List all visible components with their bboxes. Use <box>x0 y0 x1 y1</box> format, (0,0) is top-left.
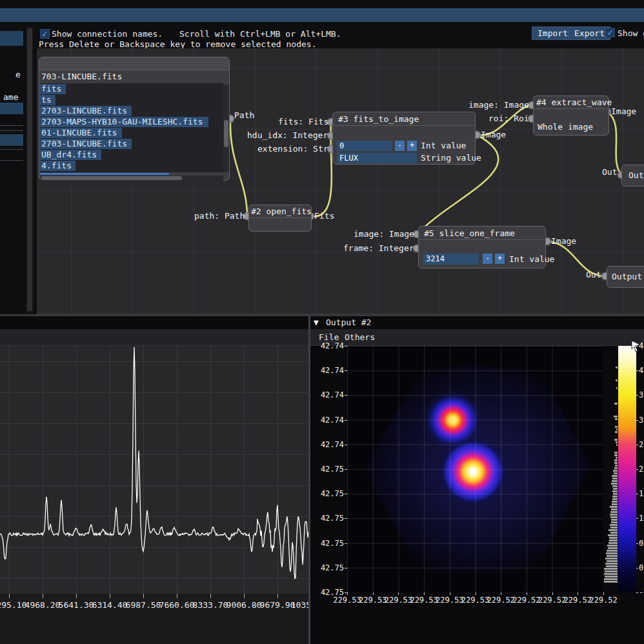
port-label-frame-in: frame: Integer <box>343 243 414 253</box>
splitter-handle[interactable] <box>27 28 32 311</box>
show-grid-checkbox[interactable]: ✓ <box>605 28 615 37</box>
histogram-bar <box>610 532 618 534</box>
connection-wire <box>230 119 247 216</box>
file-list-item[interactable]: 2703-MAPS-HYB10-GAU-MILESHC.fits <box>40 117 208 127</box>
increment-button[interactable]: + <box>495 254 505 264</box>
collapse-triangle-icon[interactable]: ▼ <box>314 317 319 327</box>
colorbar-tick-label: 1. <box>639 514 644 523</box>
y-tick-label: 42.74 <box>310 341 344 350</box>
y-tick-label: 42.74 <box>310 440 344 449</box>
node-graph-canvas[interactable]: 703-LINCUBE.fits fitsts2703-LINCUBE.fits… <box>37 48 644 314</box>
x-tick <box>476 592 476 595</box>
node-editor-toolbar: ✓ Show connection names. Scroll with Ctr… <box>37 26 644 48</box>
scroll-hint-text: Scroll with Ctrl+LMB or Alt+LMB. <box>179 29 341 39</box>
string-value-field[interactable]: FLUX <box>337 153 417 163</box>
node-title: #2 open_fits <box>249 205 311 217</box>
histogram-bar <box>614 403 618 405</box>
y-tick-label: 42.75 <box>310 539 344 548</box>
histogram-bar <box>612 478 618 479</box>
sidebar-item[interactable] <box>0 103 23 114</box>
int-value-field[interactable]: 0 <box>337 141 392 151</box>
node-output-2[interactable]: Output # <box>607 266 644 288</box>
node-titlebar[interactable] <box>39 57 229 70</box>
menu-others[interactable]: Others <box>345 332 375 342</box>
x-tick <box>424 592 425 595</box>
colorbar-tick <box>636 494 638 494</box>
y-tick-label: 42.75 <box>310 465 344 474</box>
y-tick <box>345 543 347 544</box>
node-open-fits[interactable]: #2 open_fits <box>248 205 312 232</box>
histogram-bar <box>615 418 618 420</box>
port-label-out-in: Out <box>602 167 617 177</box>
y-tick <box>345 395 347 396</box>
panel-splitter[interactable] <box>26 26 34 314</box>
scrollbar-handle[interactable] <box>41 176 182 180</box>
node-fits-to-image[interactable]: #3 fits_to_image 0 - + Int value FLUX St… <box>332 112 476 165</box>
export-button[interactable]: Export <box>569 26 610 40</box>
vertical-scrollbar[interactable] <box>223 85 229 172</box>
sidebar-item[interactable] <box>0 31 23 46</box>
window-menubar[interactable] <box>0 329 308 346</box>
file-list-item[interactable]: 4.fits <box>40 161 75 171</box>
image-grid-overlay <box>347 346 603 592</box>
divider <box>0 160 23 161</box>
histogram-bar <box>616 457 618 459</box>
horizontal-scrollbar[interactable] <box>41 176 223 181</box>
delete-hint-text: Press Delete or Backspace key to remove … <box>39 39 316 49</box>
file-list-item[interactable]: fits <box>40 84 66 94</box>
show-connections-checkbox[interactable]: ✓ <box>40 29 50 39</box>
x-tick <box>143 594 144 598</box>
histogram-bar <box>610 511 618 513</box>
histogram-bar <box>614 467 618 469</box>
histogram-bar <box>607 560 618 562</box>
histogram-bar <box>616 367 618 368</box>
sidebar-label-fragment: ame <box>3 92 18 102</box>
x-tick <box>43 594 43 598</box>
roi-combo-value[interactable]: Whole image <box>538 122 593 132</box>
histogram-bar <box>611 521 618 523</box>
scrollbar-handle[interactable] <box>224 120 228 147</box>
histogram-bar <box>605 563 618 565</box>
file-list-item[interactable]: UB_dr4.fits <box>40 150 101 160</box>
import-button[interactable]: Import <box>532 26 574 40</box>
file-listbox[interactable]: fitsts2703-LINCUBE.fits2703-MAPS-HYB10-G… <box>40 83 223 172</box>
sidebar-label-fragment: e <box>15 70 21 79</box>
port-label-path-in: path: Path <box>194 211 245 221</box>
divider <box>250 217 310 218</box>
decrement-button[interactable]: - <box>483 254 492 264</box>
port-label-image-out: Image <box>551 236 576 246</box>
show-connections-label: Show connection names. <box>52 29 163 39</box>
int-value-field[interactable]: 3214 <box>423 254 479 265</box>
show-grid-label: Show g <box>618 28 644 38</box>
x-tick <box>277 594 278 598</box>
x-tick <box>578 592 578 595</box>
window-header[interactable]: ▼ Output #2 <box>310 316 644 329</box>
selection-underline <box>40 173 169 175</box>
colorbar-tick <box>636 518 638 519</box>
sidebar-item[interactable] <box>0 134 23 146</box>
histogram-bar <box>604 578 618 580</box>
increment-button[interactable]: + <box>407 141 417 151</box>
x-tick <box>603 592 604 595</box>
value-histogram <box>604 346 618 592</box>
node-slice-one-frame[interactable]: #5 slice_one_frame 3214 - + Int value <box>418 226 546 268</box>
node-extract-wave[interactable]: #4 extract_wave Whole image <box>533 96 609 136</box>
histogram-bar <box>607 545 618 547</box>
file-list-item[interactable]: 01-LINCUBE.fits <box>40 128 122 138</box>
menu-file[interactable]: File <box>319 332 339 342</box>
file-list-item[interactable]: 2703-LINCUBE.fits <box>40 139 132 149</box>
decrement-button[interactable]: - <box>395 141 405 151</box>
histogram-bar <box>609 529 618 531</box>
x-tick <box>527 592 527 595</box>
file-list-item[interactable]: ts <box>40 95 55 105</box>
histogram-bar <box>604 581 618 583</box>
colorbar-tick <box>636 469 638 470</box>
histogram-bar <box>611 483 618 485</box>
node-output-1[interactable]: Outp <box>621 165 644 186</box>
window-titlebar[interactable] <box>0 8 644 22</box>
node-title: Output # <box>607 267 644 283</box>
colorbar-tick-label: 4. <box>639 366 644 375</box>
node-file-list[interactable]: 703-LINCUBE.fits fitsts2703-LINCUBE.fits… <box>39 57 230 181</box>
window-header[interactable] <box>0 316 308 329</box>
file-list-item[interactable]: 2703-LINCUBE.fits <box>40 106 132 116</box>
